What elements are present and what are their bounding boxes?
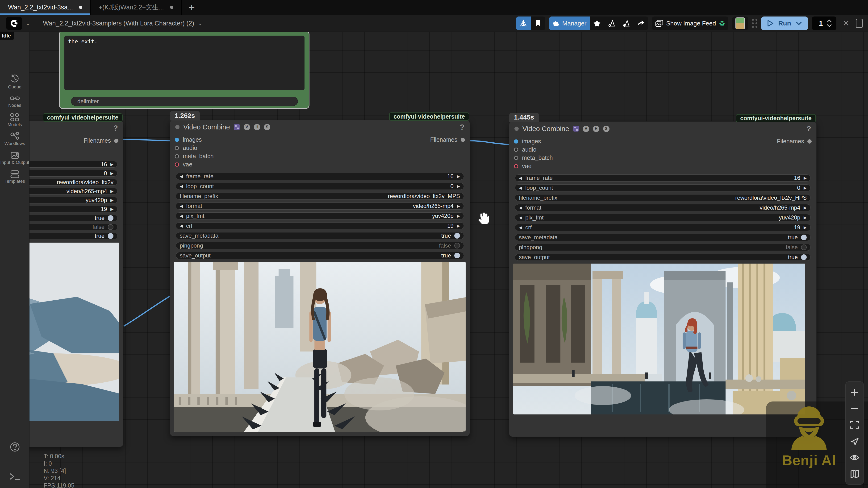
save_output-widget[interactable]: save_outputtrue [515, 254, 811, 261]
pingpong-widget[interactable]: pingpongfalse [515, 244, 811, 251]
increment-arrow-icon[interactable]: ▶ [457, 224, 460, 228]
loop_count-widget[interactable]: ◀loop_count0▶ [176, 183, 464, 190]
output-dot[interactable] [461, 138, 465, 142]
input-dot[interactable] [514, 164, 518, 168]
output-slot-filenames[interactable]: Filenames [777, 137, 812, 145]
increment-arrow-icon[interactable]: ▶ [804, 206, 807, 210]
sidebar-item-nodes[interactable]: Nodes [0, 103, 30, 108]
nodes-icon[interactable] [0, 94, 30, 103]
increment-arrow-icon[interactable]: ▶ [804, 176, 807, 180]
vram-cleanup-icon-button[interactable] [604, 17, 619, 30]
crf-widget[interactable]: ◀crf19▶ [515, 224, 811, 231]
toggle-dot[interactable] [108, 233, 114, 239]
increment-arrow-icon[interactable]: ▶ [111, 198, 114, 202]
pix_fmt-widget[interactable]: ◀pix_fmtyuv420p▶ [176, 213, 464, 220]
frame_rate-widget[interactable]: ◀frame_rate16▶ [515, 174, 811, 182]
decrement-arrow-icon[interactable]: ◀ [519, 206, 522, 210]
toggle-dot[interactable] [108, 224, 114, 230]
input-slot-meta_batch[interactable]: meta_batch [514, 154, 812, 162]
delimiter-widget[interactable]: delimiter [71, 97, 298, 106]
toggle-dot[interactable] [454, 253, 460, 258]
input-dot[interactable] [175, 138, 179, 142]
toggle-dot[interactable] [801, 254, 807, 260]
input-dot[interactable] [514, 139, 518, 143]
favorites-button[interactable] [590, 17, 604, 30]
select-mode-button[interactable] [849, 436, 860, 447]
increment-arrow-icon[interactable]: ▶ [457, 204, 460, 208]
input-output-icon[interactable] [0, 151, 30, 160]
terminal-icon[interactable] [0, 472, 30, 481]
decrement-arrow-icon[interactable]: ◀ [519, 176, 522, 180]
decrement-arrow-icon[interactable]: ◀ [519, 226, 522, 230]
input-slot-vae[interactable]: vae [514, 162, 812, 170]
decrement-arrow-icon[interactable]: ◀ [519, 186, 522, 190]
decrement-arrow-icon[interactable]: ◀ [180, 214, 183, 218]
increment-arrow-icon[interactable]: ▶ [804, 186, 807, 190]
stop-button[interactable] [856, 19, 863, 28]
loop_count-widget[interactable]: ◀loop_count0▶ [515, 184, 811, 191]
node-help-icon[interactable]: ? [806, 125, 811, 133]
new-tab-button[interactable]: + [182, 0, 202, 14]
count-up-icon[interactable] [827, 20, 832, 23]
templates-icon[interactable] [0, 170, 30, 179]
crf-widget[interactable]: ◀crf19▶ [176, 222, 464, 229]
sidebar-item-queue[interactable]: Queue [0, 85, 30, 89]
increment-arrow-icon[interactable]: ▶ [804, 216, 807, 220]
workflow-title-caret-icon[interactable]: ⌄ [198, 20, 202, 26]
toggle-dot[interactable] [801, 245, 807, 250]
node-titlebar[interactable]: Video Combine V H S ? [170, 120, 470, 134]
node-help-icon[interactable]: ? [113, 124, 118, 132]
save_metadata-widget[interactable]: save_metadatatrue [515, 234, 811, 241]
input-dot[interactable] [175, 162, 179, 167]
increment-arrow-icon[interactable]: ▶ [457, 184, 460, 188]
video-combine-node-right[interactable]: 1.445s comfyui-videohelpersuite Video Co… [509, 121, 816, 437]
input-dot[interactable] [514, 156, 518, 160]
count-down-icon[interactable] [827, 24, 832, 27]
increment-arrow-icon[interactable]: ▶ [111, 189, 114, 193]
toggle-dot[interactable] [801, 234, 807, 240]
decrement-arrow-icon[interactable]: ◀ [180, 184, 183, 188]
text-node[interactable]: the exit. delimiter [59, 31, 309, 109]
fit-view-button[interactable] [849, 420, 860, 430]
input-dot[interactable] [175, 154, 179, 158]
toggle-dot[interactable] [108, 215, 114, 221]
tab-wan-txt2vid[interactable]: Wan_2.2_txt2vid-3sa... [0, 0, 91, 14]
video-preview[interactable] [513, 264, 805, 415]
input-slot-images[interactable]: images [514, 137, 812, 145]
share-button[interactable] [633, 17, 648, 30]
decrement-arrow-icon[interactable]: ◀ [180, 204, 183, 208]
format-widget[interactable]: ◀formatvideo/h265-mp4▶ [515, 204, 811, 211]
batch-count-stepper[interactable]: 1 [812, 17, 836, 30]
toggle-dot[interactable] [454, 233, 460, 238]
input-dot[interactable] [175, 146, 179, 150]
show-image-feed-button[interactable]: Show Image Feed ♻ [652, 17, 728, 30]
frame_rate-widget[interactable]: ◀frame_rate16▶ [176, 173, 464, 180]
sidebar-item-templates[interactable]: Templates [0, 179, 30, 184]
save_output-widget[interactable]: save_outputtrue [176, 252, 464, 259]
input-slot-images[interactable]: images [175, 135, 465, 144]
sidebar-item-models[interactable]: Models [0, 122, 30, 127]
deploy-button[interactable] [516, 17, 531, 30]
decrement-arrow-icon[interactable]: ◀ [180, 224, 183, 228]
filename_prefix-widget[interactable]: filename_prefixrewordlora\video_ltx2v_MP… [176, 193, 464, 200]
workflows-icon[interactable] [0, 132, 30, 141]
save_metadata-widget[interactable]: save_metadatatrue [176, 232, 464, 239]
sidebar-item-workflows[interactable]: Workflows [0, 141, 30, 146]
output-dot[interactable] [807, 139, 812, 143]
run-button[interactable]: Run [761, 17, 808, 30]
node-titlebar[interactable]: Video Combine V H S ? [509, 122, 816, 136]
collapse-dot[interactable] [515, 127, 519, 131]
toggle-dot[interactable] [454, 243, 460, 249]
toggle-link-visibility-button[interactable] [849, 452, 860, 463]
node-help-icon[interactable]: ? [460, 123, 464, 132]
increment-arrow-icon[interactable]: ▶ [804, 226, 807, 230]
text-node-textarea[interactable]: the exit. [64, 36, 305, 90]
filename_prefix-widget[interactable]: filename_prefixrewordlora\video_ltx2v_HP… [515, 194, 811, 201]
zoom-in-button[interactable] [849, 387, 860, 397]
output-dot[interactable] [114, 139, 118, 143]
decrement-arrow-icon[interactable]: ◀ [519, 216, 522, 220]
bookmark-button[interactable] [531, 17, 545, 30]
format-widget[interactable]: ◀formatvideo/h265-mp4▶ [176, 202, 464, 209]
video-preview[interactable] [174, 262, 466, 432]
sidebar-item-input-output[interactable]: Input & Output [0, 160, 30, 165]
